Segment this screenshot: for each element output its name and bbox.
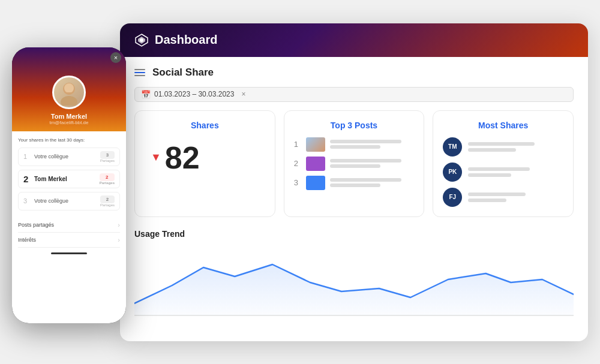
person-item-1: TM bbox=[443, 137, 563, 157]
avatar-pk: PK bbox=[443, 163, 462, 182]
person-item-2: PK bbox=[443, 163, 563, 182]
phone-rank-num-2: 2 bbox=[23, 174, 29, 184]
calendar-icon: 📅 bbox=[141, 90, 151, 99]
post-line bbox=[330, 140, 402, 143]
phone-rank-num-3: 3 bbox=[23, 197, 29, 204]
hamburger-icon[interactable] bbox=[134, 69, 145, 76]
trend-chart bbox=[134, 243, 574, 321]
date-filter-close[interactable]: × bbox=[241, 90, 245, 98]
date-filter[interactable]: 📅 01.03.2023 – 30.03.2023 × bbox=[134, 87, 574, 102]
phone-rank-name-3: Votre collègue bbox=[34, 198, 95, 204]
post-item-1: 1 bbox=[294, 137, 415, 152]
shares-number: 82 bbox=[165, 142, 200, 173]
post-line bbox=[330, 178, 402, 182]
post-rank-3: 3 bbox=[294, 178, 301, 187]
phone-mockup: × Tom Merkel tm@facelift-bbt.de Your sha… bbox=[12, 47, 126, 323]
top-posts-title: Top 3 Posts bbox=[294, 121, 415, 130]
post-item-2: 2 bbox=[294, 157, 415, 171]
page-header: Social Share bbox=[134, 67, 574, 79]
post-thumb-3 bbox=[306, 176, 325, 190]
person-line bbox=[468, 198, 506, 202]
phone-menu-posts-label: Posts partagés bbox=[18, 222, 54, 228]
phone-rank-badge-3: 2 bbox=[100, 195, 115, 203]
phone-close-button[interactable]: × bbox=[110, 52, 121, 63]
shares-trend-icon: ▼ bbox=[151, 151, 161, 164]
dashboard-logo-icon bbox=[134, 33, 149, 47]
phone-menu-interests-arrow: › bbox=[118, 236, 120, 243]
cards-row: Shares ▼ 82 Top 3 Posts 1 bbox=[134, 110, 574, 217]
phone-rank-badge-2: 2 bbox=[100, 173, 115, 181]
post-line bbox=[330, 183, 380, 187]
person-line bbox=[468, 192, 525, 196]
most-shares-card: Most Shares TM PK bbox=[433, 110, 574, 217]
shares-value: ▼ 82 bbox=[151, 142, 265, 173]
phone-avatar bbox=[52, 76, 86, 109]
trend-section: Usage Trend bbox=[134, 229, 574, 324]
scene: Dashboard Social Share 📅 01.03.2023 – 30… bbox=[12, 11, 588, 353]
dashboard-title: Dashboard bbox=[155, 33, 217, 47]
phone-user-name: Tom Merkel bbox=[51, 113, 87, 120]
shares-card: Shares ▼ 82 bbox=[134, 110, 275, 217]
person-line bbox=[468, 148, 515, 152]
phone-rank-name-2: Tom Merkel bbox=[34, 176, 95, 182]
phone-rank-badge-label-3: Partages bbox=[100, 203, 115, 207]
dashboard-card: Dashboard Social Share 📅 01.03.2023 – 30… bbox=[120, 23, 588, 341]
shares-card-title: Shares bbox=[145, 121, 265, 130]
dashboard-body: Social Share 📅 01.03.2023 – 30.03.2023 ×… bbox=[120, 57, 588, 333]
post-item-3: 3 bbox=[294, 176, 415, 190]
phone-menu-interests[interactable]: Intérêts › bbox=[18, 233, 120, 248]
phone-header-bg: Tom Merkel tm@facelift-bbt.de bbox=[12, 47, 126, 131]
phone-rank-name-1: Votre collègue bbox=[34, 154, 95, 160]
person-list: TM PK bbox=[443, 137, 563, 207]
post-thumb-2 bbox=[306, 157, 325, 171]
phone-rank-item-3: 3 Votre collègue 2 Partages bbox=[18, 192, 120, 210]
person-lines-3 bbox=[468, 192, 563, 202]
dashboard-header: Dashboard bbox=[120, 23, 588, 57]
phone-user-email: tm@facelift-bbt.de bbox=[49, 120, 88, 125]
post-list: 1 2 bbox=[294, 137, 415, 190]
post-rank-1: 1 bbox=[294, 140, 301, 149]
avatar-fj: FJ bbox=[443, 188, 462, 207]
phone-rank-num-1: 1 bbox=[23, 153, 29, 160]
phone-rank-list: 1 Votre collègue 3 Partages 2 Tom Merkel… bbox=[18, 148, 120, 210]
phone-body: Your shares in the last 30 days: 1 Votre… bbox=[12, 131, 126, 323]
avatar-tm: TM bbox=[443, 137, 462, 157]
person-lines-2 bbox=[468, 167, 563, 177]
svg-point-6 bbox=[64, 83, 74, 93]
person-line bbox=[468, 142, 535, 146]
post-line bbox=[330, 159, 402, 163]
person-item-3: FJ bbox=[443, 188, 563, 207]
post-rank-2: 2 bbox=[294, 159, 301, 168]
post-lines-2 bbox=[330, 159, 415, 168]
trend-title: Usage Trend bbox=[134, 229, 574, 239]
post-lines-1 bbox=[330, 140, 415, 149]
post-line bbox=[330, 145, 380, 149]
phone-rank-item-2: 2 Tom Merkel 2 Partages bbox=[18, 170, 120, 188]
post-line bbox=[330, 164, 380, 168]
phone-rank-badge-1: 3 bbox=[100, 151, 115, 159]
person-line bbox=[468, 173, 511, 177]
phone-shares-label: Your shares in the last 30 days: bbox=[18, 137, 120, 143]
phone-rank-badge-label-2: Partages bbox=[100, 181, 115, 185]
phone-home-indicator bbox=[51, 252, 87, 254]
most-shares-title: Most Shares bbox=[443, 121, 563, 130]
phone-rank-badge-label-1: Partages bbox=[100, 159, 115, 163]
page-title: Social Share bbox=[152, 67, 214, 79]
svg-point-5 bbox=[61, 96, 77, 106]
phone-menu-posts[interactable]: Posts partagés › bbox=[18, 218, 120, 233]
post-lines-3 bbox=[330, 178, 415, 187]
post-thumb-1 bbox=[306, 137, 325, 152]
person-line bbox=[468, 167, 530, 171]
svg-point-2 bbox=[140, 38, 143, 42]
date-filter-value: 01.03.2023 – 30.03.2023 bbox=[154, 90, 234, 98]
person-lines-1 bbox=[468, 142, 563, 152]
phone-menu-posts-arrow: › bbox=[118, 221, 120, 228]
top-posts-card: Top 3 Posts 1 2 bbox=[284, 110, 425, 217]
phone-rank-item-1: 1 Votre collègue 3 Partages bbox=[18, 148, 120, 166]
phone-menu-interests-label: Intérêts bbox=[18, 237, 36, 243]
